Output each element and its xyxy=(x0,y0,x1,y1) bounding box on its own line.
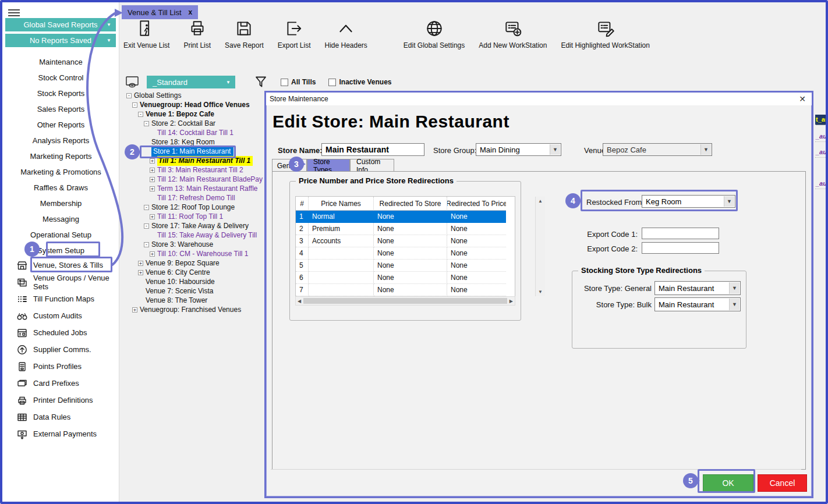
expand-icon[interactable]: + xyxy=(138,270,143,275)
column-header[interactable]: Redirected To Price xyxy=(447,197,506,211)
export-list-button[interactable]: Export List xyxy=(278,19,311,49)
dialog-titlebar[interactable]: Store Maintenance ✕ xyxy=(266,93,812,105)
tree-item[interactable]: -Store 2: Cocktail Bar xyxy=(124,119,270,128)
sidebar-item-raffles-draws[interactable]: Raffles & Draws xyxy=(2,180,119,196)
cancel-button[interactable]: Cancel xyxy=(758,474,807,492)
tree-item[interactable]: +Term 13: Main Restaurant Raffle xyxy=(124,184,270,193)
save-report-button[interactable]: Save Report xyxy=(225,19,264,49)
column-header[interactable]: # xyxy=(296,197,309,211)
column-header[interactable]: Redirected To Store xyxy=(374,197,447,211)
expand-icon[interactable]: - xyxy=(144,205,149,210)
exit-venue-list-button[interactable]: Exit Venue List xyxy=(123,19,169,49)
sidebar-item-scheduled-jobs[interactable]: Scheduled Jobs xyxy=(2,324,119,341)
hamburger-menu-icon[interactable] xyxy=(8,8,20,17)
tree-item[interactable]: -Global Settings xyxy=(124,91,270,100)
sidebar-item-messaging[interactable]: Messaging xyxy=(2,211,119,227)
scroll-right-icon[interactable]: ▶ xyxy=(509,299,513,304)
expand-icon[interactable]: - xyxy=(144,223,149,229)
export-code-1-field[interactable] xyxy=(642,228,719,239)
tree-item[interactable]: -Venuegroup: Head Office Venues xyxy=(124,100,270,109)
expand-icon[interactable]: - xyxy=(132,102,137,108)
tree-item[interactable]: -Venue 1: Bepoz Cafe xyxy=(124,109,270,119)
tab-store-types[interactable]: Store Types xyxy=(307,159,350,172)
sidebar-item-points-profiles[interactable]: Points Profiles xyxy=(2,358,119,375)
table-row[interactable]: 7 None None xyxy=(296,284,515,296)
table-row[interactable]: 3 Accounts None None xyxy=(296,235,515,247)
all-tills-checkbox[interactable]: All Tills xyxy=(281,78,316,86)
column-header[interactable]: Price Names xyxy=(309,197,374,211)
expand-icon[interactable]: + xyxy=(132,307,137,313)
hide-headers-button[interactable]: Hide Headers xyxy=(324,19,367,49)
sidebar-item-marketing-reports[interactable]: Marketing Reports xyxy=(2,148,119,164)
tree-item[interactable]: +Till 10: CM - Warehouse Till 1 xyxy=(124,249,270,258)
vertical-scrollbar[interactable]: ▲▼ xyxy=(535,197,545,296)
tree-item[interactable]: +Venue 6: City Centre xyxy=(124,268,270,277)
add-new-workstation-button[interactable]: Add New WorkStation xyxy=(479,19,547,49)
tree-item[interactable]: +Venue 9: Bepoz Square xyxy=(124,258,270,268)
scroll-down-icon[interactable]: ▼ xyxy=(538,289,543,294)
tree-item[interactable]: +Till 12: Main Restaurant BladePay xyxy=(124,175,270,184)
sidebar-item-stock-control[interactable]: Stock Control xyxy=(2,70,119,86)
tree-item[interactable]: Venue 10: Habourside xyxy=(124,277,270,286)
sidebar-item-venue-groups[interactable]: Venue Groups / Venue Sets xyxy=(2,274,119,290)
tree-item[interactable]: +Till 11: Roof Top Till 1 xyxy=(124,212,270,221)
expand-icon[interactable]: + xyxy=(150,177,155,182)
sidebar-item-printer-definitions[interactable]: Printer Definitions xyxy=(2,392,119,409)
sidebar-item-operational-setup[interactable]: Operational Setup xyxy=(2,227,119,243)
edit-global-settings-button[interactable]: Edit Global Settings xyxy=(404,19,465,49)
scrollbar-thumb[interactable] xyxy=(303,298,507,304)
expand-icon[interactable]: + xyxy=(150,214,155,219)
restocked-from-dropdown[interactable]: Keg Room ▼ xyxy=(642,195,735,208)
venue-dropdown[interactable]: Bepoz Cafe ▼ xyxy=(603,143,712,156)
tab-venue-till-list[interactable]: Venue & Till List x xyxy=(122,5,198,19)
store-group-dropdown[interactable]: Main Dining ▼ xyxy=(476,143,561,156)
store-type-general-dropdown[interactable]: Main Restaurant ▼ xyxy=(654,281,741,295)
export-code-2-field[interactable] xyxy=(642,242,719,254)
table-row[interactable]: 6 None None xyxy=(296,272,515,284)
print-list-button[interactable]: Print List xyxy=(183,19,211,49)
tree-item[interactable]: -Store 17: Take Away & Delivery xyxy=(124,221,270,230)
tree-item[interactable]: +Till 1: Main Restaurant Till 1 xyxy=(124,156,270,165)
sidebar-item-system-setup[interactable]: System Setup xyxy=(2,243,119,258)
table-row[interactable]: 5 None None xyxy=(296,260,515,272)
expand-icon[interactable]: - xyxy=(144,242,149,247)
tree-item[interactable]: Venue 7: Scenic Vista xyxy=(124,286,270,296)
sidebar-item-maintenance[interactable]: Maintenance xyxy=(2,54,119,70)
table-row[interactable]: 2 Premium None None xyxy=(296,223,515,235)
expand-icon[interactable]: + xyxy=(150,186,155,191)
expand-icon[interactable]: + xyxy=(150,168,155,173)
table-row[interactable]: 4 None None xyxy=(296,247,515,260)
tree-item[interactable]: Venue 8: The Tower xyxy=(124,296,270,305)
expand-icon[interactable]: + xyxy=(138,261,143,266)
tab-close-icon[interactable]: x xyxy=(189,8,193,16)
expand-icon[interactable]: - xyxy=(138,112,143,117)
tree-item[interactable]: +Till 3: Main Restaurant Till 2 xyxy=(124,165,270,175)
ok-button[interactable]: OK xyxy=(703,474,753,492)
tree-item[interactable]: Till 15: Take Away & Delivery Till xyxy=(124,230,270,240)
scroll-up-icon[interactable]: ▲ xyxy=(538,198,543,204)
sidebar-item-membership[interactable]: Membership xyxy=(2,196,119,211)
horizontal-scrollbar[interactable]: ◀▶ xyxy=(295,296,515,306)
expand-icon[interactable]: + xyxy=(150,158,155,164)
tree-item[interactable]: -Store 3: Warehouse xyxy=(124,240,270,249)
checkbox-icon[interactable] xyxy=(281,79,288,86)
store-name-field[interactable]: Main Restaurant xyxy=(321,143,424,156)
sidebar-item-supplier-comms[interactable]: Supplier Comms. xyxy=(2,341,119,358)
tree-item-store-1-selected[interactable]: Store 1: Main Restaurant xyxy=(124,147,270,156)
global-saved-reports-dropdown[interactable]: Global Saved Reports ▼ xyxy=(5,18,116,31)
scroll-left-icon[interactable]: ◀ xyxy=(298,299,301,304)
price-redirections-table[interactable]: # Price Names Redirected To Store Redire… xyxy=(295,196,515,297)
tab-custom-info[interactable]: Custom Info xyxy=(350,159,394,172)
no-reports-saved-dropdown[interactable]: No Reports Saved ▼ xyxy=(5,34,116,47)
tree-item[interactable]: -Store 12: Roof Top Lounge xyxy=(124,203,270,212)
sidebar-item-till-function-maps[interactable]: Till Function Maps xyxy=(2,290,119,307)
tree-item[interactable]: +Venuegroup: Franchised Venues xyxy=(124,305,270,314)
sidebar-item-data-rules[interactable]: Data Rules xyxy=(2,409,119,425)
expand-icon[interactable]: - xyxy=(126,93,132,98)
sidebar-item-analysis-reports[interactable]: Analysis Reports xyxy=(2,133,119,148)
sidebar-item-external-payments[interactable]: External Payments xyxy=(2,425,119,442)
dialog-close-icon[interactable]: ✕ xyxy=(799,94,806,104)
store-type-bulk-dropdown[interactable]: Main Restaurant ▼ xyxy=(654,297,741,311)
sidebar-item-other-reports[interactable]: Other Reports xyxy=(2,117,119,133)
edit-highlighted-workstation-button[interactable]: Edit Highlighted WorkStation xyxy=(561,19,650,49)
